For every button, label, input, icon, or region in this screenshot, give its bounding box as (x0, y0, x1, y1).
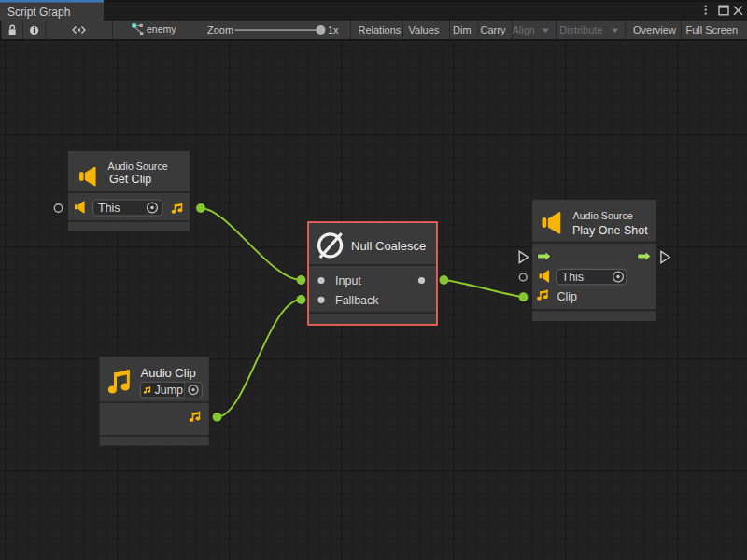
svg-text:Distribute: Distribute (559, 24, 602, 35)
svg-text:Null Coalesce: Null Coalesce (351, 239, 426, 253)
svg-text:Carry: Carry (481, 24, 506, 35)
svg-text:enemy: enemy (147, 23, 176, 35)
svg-text:Align: Align (513, 24, 535, 35)
svg-text:Play One Shot: Play One Shot (572, 224, 648, 237)
svg-text:Audio Source: Audio Source (573, 210, 633, 221)
svg-text:Zoom: Zoom (207, 24, 233, 35)
svg-text:Audio Source: Audio Source (108, 161, 168, 172)
svg-text:Full Screen: Full Screen (686, 24, 739, 35)
svg-text:Overview: Overview (633, 24, 676, 35)
svg-text:1x: 1x (328, 24, 339, 35)
svg-text:Jump: Jump (155, 384, 184, 397)
svg-text:Clip: Clip (557, 290, 578, 303)
svg-text:Dim: Dim (453, 24, 472, 35)
svg-text:Values: Values (409, 24, 440, 35)
svg-text:This: This (98, 202, 120, 215)
svg-text:Relations: Relations (359, 24, 402, 35)
svg-text:This: This (562, 271, 585, 284)
svg-text:Audio Clip: Audio Clip (141, 366, 196, 380)
svg-text:Input: Input (335, 274, 361, 287)
svg-text:Fallback: Fallback (335, 294, 379, 307)
svg-text:Get Clip: Get Clip (109, 173, 151, 186)
svg-text:Script Graph: Script Graph (7, 6, 70, 19)
